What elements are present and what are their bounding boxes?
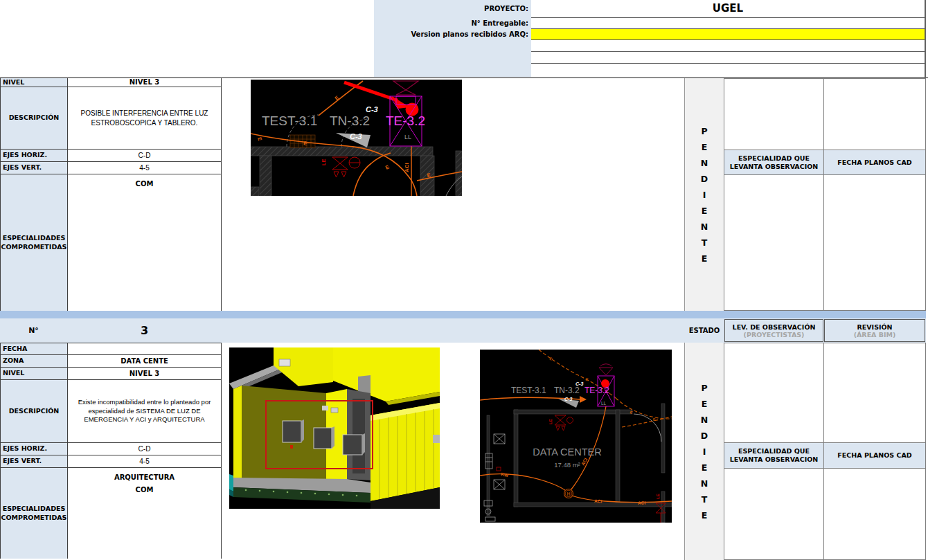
- zona-label: ZONA: [1, 355, 68, 367]
- descripcion-label: DESCRIPCIÓN: [1, 380, 68, 442]
- wall-fixture: [322, 406, 328, 410]
- ll-label: LL: [601, 401, 607, 406]
- svg-text:H: H: [566, 491, 570, 496]
- table-row: FECHA: [1, 343, 221, 355]
- wall-fixture: [433, 435, 440, 443]
- estado-cell-lower[interactable]: PENDIENTE: [684, 343, 724, 560]
- room-name-label: DATA CENTER: [533, 446, 601, 458]
- especialidades-label: ESPECIALIDADES COMPROMETIDAS: [1, 468, 68, 559]
- test-tag-label: TEST-3.1: [262, 114, 317, 128]
- ll-label: LL: [404, 134, 411, 141]
- table-row: DESCRIPCIÓN POSIBLE INTERFERENCIA ENTRE …: [1, 87, 221, 150]
- wall: [251, 147, 433, 156]
- numero-label: N°: [0, 318, 67, 343]
- fecha-cad-header: FECHA PLANOS CAD: [824, 443, 926, 469]
- descripcion-label: DESCRIPCIÓN: [1, 87, 68, 149]
- ejes-vert-value[interactable]: 4-5: [68, 455, 221, 467]
- te-tag-label: TE-3.2: [585, 386, 609, 395]
- ejes-vert-label: EJES VERT.: [1, 162, 68, 174]
- observation-separator-band: [0, 311, 926, 318]
- fecha-value[interactable]: [68, 343, 221, 354]
- especialidades-value[interactable]: COM: [68, 174, 221, 311]
- estado-value-vertical: PENDIENTE: [701, 127, 708, 263]
- ejes-vert-label: EJES VERT.: [1, 455, 68, 467]
- nivel-label: NIVEL: [1, 78, 68, 87]
- table-row: EJES HORIZ. C-D: [1, 150, 221, 162]
- especialidad-header: ESPECIALIDAD QUE LEVANTA OBSERVACION: [724, 443, 824, 469]
- nivel-value[interactable]: NIVEL 3: [68, 78, 221, 87]
- header-empty-cell[interactable]: [531, 40, 925, 52]
- le-label: LE: [656, 494, 660, 499]
- especialidad-entry: COM: [73, 178, 215, 190]
- lev-observacion-data-cell[interactable]: [724, 343, 824, 443]
- table-row: NIVEL NIVEL 3: [1, 78, 221, 87]
- version-value-cell-highlighted[interactable]: [531, 29, 925, 40]
- observation-3-header-row: N° 3 ESTADO LEV. DE OBSERVACIÓN (PROYECT…: [0, 318, 926, 343]
- table-row: ESPECIALIDADES COMPROMETIDAS ARQUITECTUR…: [1, 468, 221, 559]
- wall-pier: [260, 156, 271, 196]
- ejes-horiz-value[interactable]: C-D: [68, 150, 221, 161]
- teal-strip: [229, 474, 233, 491]
- ceiling-fixture: [279, 359, 290, 366]
- table-row: ZONA DATA CENTE: [1, 355, 221, 368]
- lev-observacion-title: LEV. DE OBSERVACIÓN: [733, 323, 816, 331]
- entregable-value-cell[interactable]: [531, 18, 925, 29]
- yellow-wall-sliver: [233, 386, 242, 483]
- fecha-cad-data-cell[interactable]: [824, 79, 926, 150]
- especialidad-entry: ARQUITECTURA: [73, 471, 215, 483]
- fecha-cad-data-cell[interactable]: [824, 469, 926, 560]
- ejes-vert-value[interactable]: 4-5: [68, 162, 221, 174]
- aci-label: ACI: [638, 500, 646, 505]
- project-label: PROYECTO:: [374, 0, 528, 18]
- especialidad-data-cell[interactable]: [724, 469, 824, 560]
- fecha-label: FECHA: [1, 343, 68, 354]
- zona-value[interactable]: DATA CENTE: [68, 355, 221, 367]
- especialidades-value[interactable]: ARQUITECTURA COM: [68, 468, 221, 559]
- cad-plan-screenshot-1: E E E E E ACI LE: [251, 80, 462, 196]
- room-area-label: 17.48 m²: [554, 461, 580, 469]
- nivel-value[interactable]: NIVEL 3: [68, 368, 221, 379]
- estado-value-vertical: PENDIENTE: [701, 383, 708, 520]
- te-tag-label: TE-3.2: [386, 114, 425, 128]
- ejes-horiz-value[interactable]: C-D: [68, 443, 221, 455]
- estado-cell-upper[interactable]: PENDIENTE: [684, 78, 724, 311]
- entregable-label: N° Entregable:: [374, 18, 528, 29]
- revision-data-cell[interactable]: [824, 343, 926, 443]
- table-row: NIVEL NIVEL 3: [1, 368, 221, 380]
- observation-upper-field-table: NIVEL NIVEL 3 DESCRIPCIÓN POSIBLE INTERF…: [0, 78, 222, 311]
- especialidad-data-cell[interactable]: [724, 175, 824, 311]
- revision-title: REVISIÓN: [857, 323, 892, 331]
- numero-value[interactable]: 3: [67, 318, 222, 343]
- le-label: LE: [321, 159, 327, 165]
- observation-3-right-grid: ESPECIALIDAD QUE LEVANTA OBSERVACION FEC…: [724, 343, 926, 560]
- fecha-cad-data-cell[interactable]: [824, 175, 926, 311]
- descripcion-value[interactable]: Existe incompatibilidad entre lo plantea…: [68, 380, 221, 442]
- ejes-horiz-label: EJES HORIZ.: [1, 150, 68, 161]
- estado-header-label: ESTADO: [684, 318, 724, 343]
- table-row: EJES HORIZ. C-D: [1, 443, 221, 455]
- bim-3d-model-screenshot: [229, 347, 440, 509]
- project-value-cell[interactable]: UGEL: [531, 0, 925, 18]
- observation-upper-right-grid: ESPECIALIDAD QUE LEVANTA OBSERVACION FEC…: [724, 78, 926, 311]
- fecha-cad-header: FECHA PLANOS CAD: [824, 150, 926, 175]
- header-empty-cell[interactable]: [531, 64, 925, 77]
- table-row: EJES VERT. 4-5: [1, 455, 221, 468]
- ejes-horiz-label: EJES HORIZ.: [1, 443, 68, 455]
- lev-observacion-subtitle: (PROYECTISTAS): [744, 331, 805, 338]
- especialidad-data-cell[interactable]: [724, 79, 824, 150]
- revision-header: REVISIÓN (ÁREA BIM): [824, 319, 925, 342]
- test-tag-label: TEST-3.1: [511, 386, 546, 395]
- version-label: Version planos recibidos ARQ:: [374, 29, 528, 40]
- header-empty-cell[interactable]: [531, 52, 925, 64]
- cad-plan-screenshot-2: E E E E ACI KW ACI ACI H: [480, 350, 672, 523]
- aci-label: ACI: [594, 498, 603, 504]
- descripcion-value[interactable]: POSIBLE INTERFERENCIA ENTRE LUZ ESTROBOS…: [68, 87, 221, 149]
- revision-subtitle: (ÁREA BIM): [854, 331, 896, 338]
- c3-label: C-3: [366, 105, 378, 114]
- especialidad-header: ESPECIALIDAD QUE LEVANTA OBSERVACION: [724, 150, 824, 175]
- aci-label: ACI: [404, 163, 410, 172]
- especialidades-label: ESPECIALIDADES COMPROMETIDAS: [1, 174, 68, 311]
- wall: [251, 187, 259, 196]
- junction-h-symbol: H: [564, 489, 573, 498]
- tn-tag-label: TN-3.2: [330, 114, 370, 128]
